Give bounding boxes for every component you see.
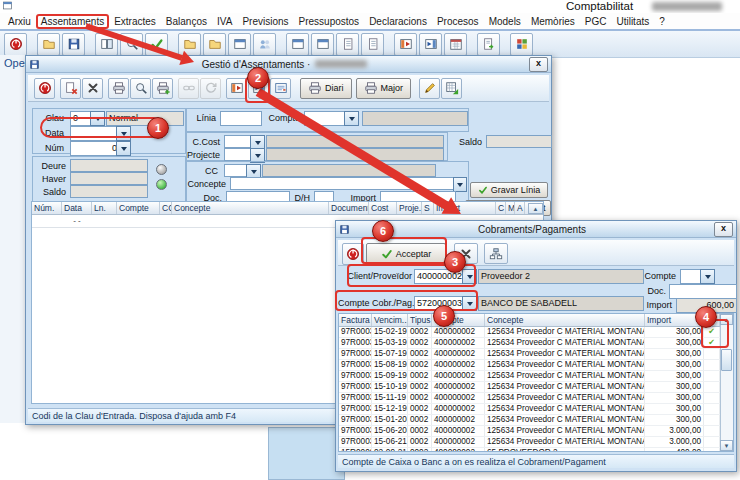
paid-check-cell[interactable] xyxy=(704,360,720,370)
scroll-down-button[interactable]: ▼ xyxy=(720,440,733,451)
column-header-cc[interactable]: CC xyxy=(160,202,172,214)
column-header-concepte[interactable]: Concepte xyxy=(485,314,645,326)
table-row[interactable]: 97R0003315-03-190002400000002125634 Prov… xyxy=(339,338,733,349)
column-header-factura[interactable]: Factura xyxy=(339,314,372,326)
paid-check-cell[interactable] xyxy=(704,404,720,414)
menu-item-models[interactable]: Models xyxy=(484,15,526,28)
paid-check-cell[interactable] xyxy=(704,415,720,425)
panel-left-button[interactable] xyxy=(394,33,417,56)
window-view-button[interactable] xyxy=(311,33,334,56)
compte-dropdown-icon[interactable] xyxy=(344,111,359,126)
panel-left-button[interactable] xyxy=(226,78,247,99)
table-refresh-button[interactable] xyxy=(441,78,462,99)
concepte-dropdown-icon[interactable] xyxy=(453,177,467,192)
menu-item-pressupostos[interactable]: Pressupostos xyxy=(294,15,365,28)
column-header-compte[interactable]: Compte xyxy=(432,314,485,326)
doc-copy-button[interactable] xyxy=(361,33,384,56)
column-header-data[interactable]: Data xyxy=(62,202,92,214)
linia-input[interactable] xyxy=(220,111,262,126)
menu-item-balan-os[interactable]: Balanços xyxy=(161,15,212,28)
table-row[interactable]: 97R0003315-09-190002400000002125634 Prov… xyxy=(339,371,733,382)
modules-button[interactable] xyxy=(510,33,533,56)
menu-item-item[interactable]: ? xyxy=(654,15,670,28)
clau-dropdown-icon[interactable] xyxy=(90,111,105,126)
column-header-c[interactable]: C xyxy=(496,202,506,214)
line-list-button[interactable] xyxy=(270,78,291,99)
paid-check-cell[interactable] xyxy=(704,382,720,392)
window-button[interactable] xyxy=(286,33,309,56)
paid-check-cell[interactable] xyxy=(704,371,720,381)
table-row[interactable]: 97R0003315-01-200002400000002125634 Prov… xyxy=(339,415,733,426)
export-button[interactable] xyxy=(477,33,500,56)
num-input[interactable]: 0 xyxy=(70,141,120,156)
column-header-proje[interactable]: Proje. xyxy=(397,202,422,214)
doc-small-input[interactable] xyxy=(669,284,737,299)
paid-check-cell[interactable] xyxy=(704,448,720,452)
menu-item-procesos[interactable]: Procesos xyxy=(432,15,484,28)
compte-small-dropdown-icon[interactable] xyxy=(700,269,715,284)
table-row[interactable]: 97R0003315-02-190002400000002125634 Prov… xyxy=(339,327,733,338)
table-row[interactable]: 97R0003315-08-190002400000002125634 Prov… xyxy=(339,360,733,371)
power-button[interactable] xyxy=(342,243,364,265)
doc-button[interactable] xyxy=(336,33,359,56)
check-button[interactable] xyxy=(145,33,168,56)
close-x-button[interactable] xyxy=(82,78,103,99)
menu-item-mem-ries[interactable]: Memòries xyxy=(526,15,580,28)
paid-check-cell[interactable]: ✔ xyxy=(704,327,720,337)
scroll-up-button[interactable]: ▲ xyxy=(720,314,733,325)
column-header-vencim[interactable]: Vencim... xyxy=(372,314,408,326)
gestio-close-button[interactable]: x xyxy=(529,57,548,72)
column-header-compte[interactable]: Compte xyxy=(117,202,160,214)
paid-check-cell[interactable] xyxy=(704,393,720,403)
users-button[interactable] xyxy=(253,33,276,56)
table-row[interactable]: 97R0003315-11-190002400000002125634 Prov… xyxy=(339,393,733,404)
print-button[interactable] xyxy=(108,78,129,99)
concepte-input[interactable] xyxy=(230,177,458,190)
gestio-titlebar[interactable]: Gestió d'Assentaments · x xyxy=(26,56,551,73)
table-row[interactable]: 97R0003315-07-190002400000002125634 Prov… xyxy=(339,349,733,360)
column-header-n-m[interactable]: Núm. xyxy=(32,202,62,214)
column-header-m[interactable]: M xyxy=(506,202,515,214)
column-header-tipus[interactable]: Tipus xyxy=(408,314,432,326)
menu-item-declaracions[interactable]: Declaracions xyxy=(364,15,432,28)
diari-button[interactable]: Diari xyxy=(300,78,352,99)
column-header-import[interactable]: Import xyxy=(645,314,704,326)
menu-item-extractes[interactable]: Extractes xyxy=(109,15,161,28)
menu-item-pgc[interactable]: PGC xyxy=(580,15,612,28)
print-add-button[interactable] xyxy=(152,78,173,99)
scroll-thumb[interactable] xyxy=(721,349,732,371)
column-header-s[interactable]: S xyxy=(422,202,434,214)
column-header-import[interactable]: Import xyxy=(434,202,496,214)
acceptar-button[interactable]: Acceptar xyxy=(366,243,446,264)
print-preview-button[interactable] xyxy=(130,78,151,99)
client-proveidor-dropdown-icon[interactable] xyxy=(462,269,477,284)
paid-check-cell[interactable] xyxy=(704,437,720,447)
table-row[interactable]: 97R0003315-06-210002400000002125634 Prov… xyxy=(339,437,733,448)
compte-cobr-dropdown-icon[interactable] xyxy=(462,296,477,311)
folder-new-button[interactable] xyxy=(203,33,226,56)
num-dropdown-icon[interactable] xyxy=(116,141,131,156)
table-row[interactable]: 97R0003315-12-190002400000002125634 Prov… xyxy=(339,404,733,415)
folder-open-button[interactable] xyxy=(37,33,60,56)
column-header-ln[interactable]: Ln. xyxy=(92,202,117,214)
menu-item-iva[interactable]: IVA xyxy=(212,15,237,28)
search-button[interactable] xyxy=(120,33,143,56)
grid-scroll-up-button[interactable]: ▲ xyxy=(528,203,543,214)
power-button[interactable] xyxy=(34,78,55,99)
paid-check-cell[interactable] xyxy=(704,426,720,436)
menu-item-previsions[interactable]: Previsions xyxy=(237,15,293,28)
split-view-button[interactable] xyxy=(95,33,118,56)
paid-check-cell[interactable] xyxy=(704,349,720,359)
power-button[interactable] xyxy=(4,33,27,56)
client-proveidor-input[interactable]: 400000002 xyxy=(414,269,466,284)
table-scrollbar[interactable] xyxy=(720,314,733,451)
column-header-cost[interactable]: Cost xyxy=(369,202,397,214)
table-row[interactable]: 97R0003315-06-200002400000002125634 Prov… xyxy=(339,426,733,437)
column-header-a[interactable]: A xyxy=(515,202,525,214)
new-delete-button[interactable] xyxy=(60,78,81,99)
data-dropdown-icon[interactable] xyxy=(116,126,131,141)
tree-view-button[interactable] xyxy=(484,243,508,264)
calendar-button[interactable] xyxy=(444,33,467,56)
menu-item-arxiu[interactable]: Arxiu xyxy=(3,15,36,28)
menu-item-utilitats[interactable]: Utilitats xyxy=(611,15,654,28)
